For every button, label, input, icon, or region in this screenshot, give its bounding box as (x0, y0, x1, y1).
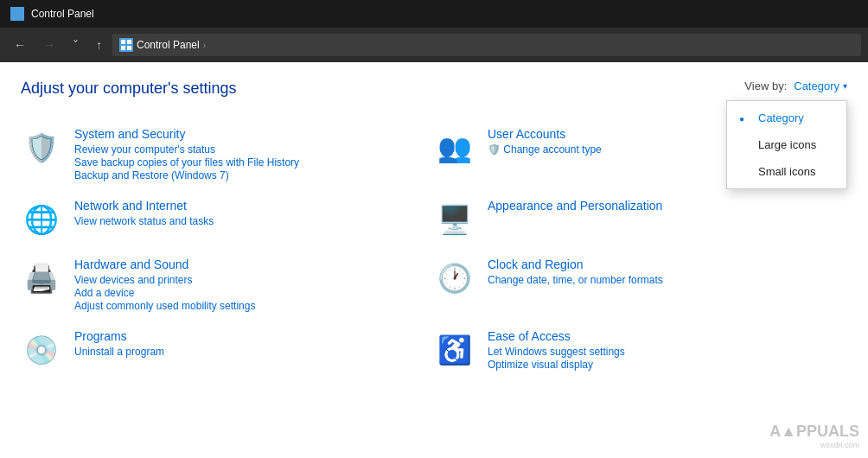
back-button[interactable]: ← (7, 35, 33, 55)
address-bar-icon (119, 38, 133, 52)
view-by-dropdown-button[interactable]: Category ▾ (794, 80, 847, 92)
main-content: Adjust your computer's settings View by:… (0, 62, 868, 458)
change-date-link[interactable]: Change date, time, or number formats (488, 274, 847, 286)
watermark-sub: wsxdn.com (769, 441, 859, 449)
svg-rect-1 (18, 8, 23, 13)
clock-region-content: Clock and Region Change date, time, or n… (488, 258, 847, 286)
list-item: 🌐 Network and Internet View network stat… (21, 190, 434, 249)
network-internet-content: Network and Internet View network status… (74, 199, 434, 227)
list-item: ♿ Ease of Access Let Windows suggest set… (434, 321, 847, 379)
network-internet-title[interactable]: Network and Internet (74, 199, 434, 213)
network-internet-icon: 🌐 (21, 199, 62, 240)
user-accounts-icon: 👥 (434, 127, 475, 169)
review-status-link[interactable]: Review your computer's status (74, 143, 434, 156)
watermark: A▲PPUALS wsxdn.com (769, 423, 859, 449)
backup-files-link[interactable]: Save backup copies of your files with Fi… (74, 156, 434, 169)
view-by-control: View by: Category ▾ (744, 80, 847, 92)
dropdown-button[interactable]: ˅ (66, 35, 86, 55)
appearance-icon: 🖥️ (434, 199, 475, 240)
view-by-value: Category (794, 80, 839, 92)
clock-region-title[interactable]: Clock and Region (488, 258, 847, 271)
watermark-logo: A▲PPUALS (769, 423, 859, 441)
svg-rect-3 (18, 15, 23, 20)
programs-content: Programs Uninstall a program (74, 329, 434, 358)
ease-of-access-content: Ease of Access Let Windows suggest setti… (488, 329, 847, 371)
address-text: Control Panel › (137, 39, 206, 51)
view-by-dropdown-menu: Category Large icons Small icons (726, 100, 847, 189)
page-title: Adjust your computer's settings (21, 80, 847, 98)
suggest-settings-link[interactable]: Let Windows suggest settings (488, 346, 847, 358)
list-item: 🕐 Clock and Region Change date, time, or… (434, 249, 847, 321)
ease-of-access-icon: ♿ (434, 329, 475, 371)
nav-bar: ← → ˅ ↑ Control Panel › (0, 28, 868, 62)
list-item: 🖨️ Hardware and Sound View devices and p… (21, 249, 434, 321)
up-button[interactable]: ↑ (89, 35, 109, 55)
dropdown-item-small-icons[interactable]: Small icons (727, 158, 846, 185)
items-grid: 🛡️ System and Security Review your compu… (21, 118, 847, 379)
title-bar-title: Control Panel (31, 8, 94, 20)
svg-rect-6 (121, 46, 125, 50)
svg-rect-2 (11, 15, 16, 20)
svg-rect-7 (127, 46, 131, 50)
add-device-link[interactable]: Add a device (74, 287, 434, 299)
address-bar[interactable]: Control Panel › (112, 34, 861, 56)
backup-restore-link[interactable]: Backup and Restore (Windows 7) (74, 169, 434, 181)
dropdown-item-category[interactable]: Category (727, 105, 846, 131)
appearance-title[interactable]: Appearance and Personalization (488, 199, 847, 213)
optimize-display-link[interactable]: Optimize visual display (488, 359, 847, 371)
svg-rect-4 (121, 40, 125, 44)
dropdown-item-large-icons[interactable]: Large icons (727, 131, 846, 158)
dropdown-arrow-icon: ▾ (843, 81, 847, 91)
mobility-settings-link[interactable]: Adjust commonly used mobility settings (74, 300, 434, 312)
hardware-sound-content: Hardware and Sound View devices and prin… (74, 258, 434, 312)
programs-icon: 💿 (21, 329, 62, 371)
forward-button[interactable]: → (36, 35, 62, 55)
system-security-title[interactable]: System and Security (74, 127, 434, 141)
title-bar-icon (10, 7, 24, 21)
list-item: 🛡️ System and Security Review your compu… (21, 118, 434, 190)
system-security-content: System and Security Review your computer… (74, 127, 434, 181)
hardware-sound-icon: 🖨️ (21, 258, 62, 299)
list-item: 🖥️ Appearance and Personalization (434, 190, 847, 249)
system-security-icon: 🛡️ (21, 127, 62, 169)
programs-title[interactable]: Programs (74, 329, 434, 343)
svg-rect-0 (11, 8, 16, 13)
address-part: Control Panel (137, 39, 200, 51)
svg-rect-5 (127, 40, 131, 44)
clock-region-icon: 🕐 (434, 258, 475, 299)
network-status-link[interactable]: View network status and tasks (74, 215, 434, 227)
address-chevron: › (203, 41, 206, 50)
view-devices-link[interactable]: View devices and printers (74, 274, 434, 286)
uninstall-link[interactable]: Uninstall a program (74, 346, 434, 358)
ease-of-access-title[interactable]: Ease of Access (488, 329, 847, 343)
hardware-sound-title[interactable]: Hardware and Sound (74, 258, 434, 271)
appearance-content: Appearance and Personalization (488, 199, 847, 215)
view-by-label: View by: (744, 80, 787, 92)
list-item: 💿 Programs Uninstall a program (21, 321, 434, 379)
title-bar: Control Panel (0, 0, 868, 28)
